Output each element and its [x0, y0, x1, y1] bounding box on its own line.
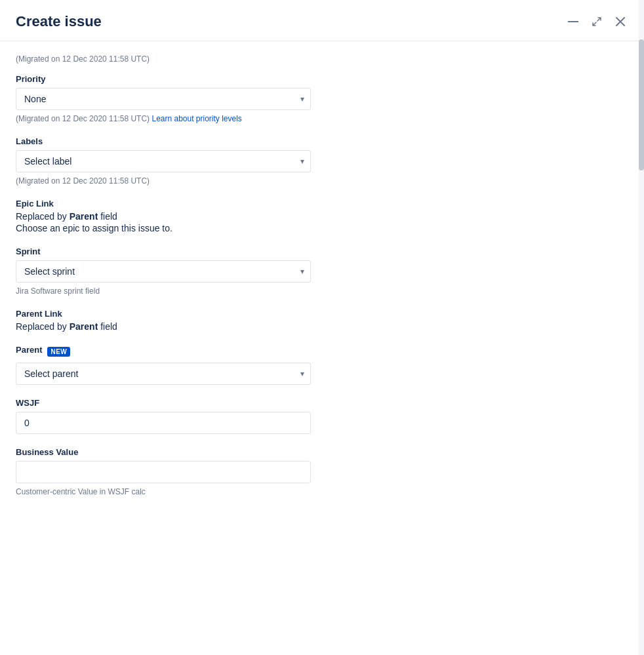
sprint-select[interactable]: Select sprint — [16, 260, 311, 283]
priority-hint-link[interactable]: Learn about priority levels — [151, 114, 241, 123]
svg-rect-0 — [568, 21, 578, 22]
sprint-section: Sprint Select sprint ▾ Jira Software spr… — [16, 247, 628, 296]
sprint-label: Sprint — [16, 247, 628, 256]
create-issue-modal: Create issue (Migrated on 12 Dec 2020 11… — [0, 0, 644, 655]
epic-replaced-text: Replaced by Parent field — [16, 211, 628, 222]
epic-link-section: Epic Link Replaced by Parent field Choos… — [16, 199, 628, 233]
sprint-hint: Jira Software sprint field — [16, 287, 628, 296]
priority-label: Priority — [16, 74, 628, 84]
minimize-button[interactable] — [565, 18, 581, 25]
scrollbar-track[interactable] — [639, 0, 644, 655]
parent-link-label: Parent Link — [16, 309, 628, 319]
labels-select-wrapper: Select label ▾ — [16, 150, 311, 172]
epic-link-label: Epic Link — [16, 199, 628, 208]
parent-replaced-bold: Parent — [70, 321, 98, 332]
priority-select[interactable]: None Highest High Medium Low Lowest — [16, 88, 311, 110]
priority-select-wrapper: None Highest High Medium Low Lowest ▾ — [16, 88, 311, 110]
modal-title: Create issue — [16, 13, 102, 30]
parent-section: Parent NEW Select parent ▾ — [16, 345, 628, 385]
modal-header: Create issue — [0, 0, 644, 41]
parent-link-section: Parent Link Replaced by Parent field — [16, 309, 628, 332]
business-value-section: Business Value Customer-centric Value in… — [16, 447, 628, 496]
epic-replaced-bold: Parent — [70, 211, 98, 222]
close-button[interactable] — [613, 14, 628, 30]
parent-replaced-text: Replaced by Parent field — [16, 321, 628, 332]
wsjf-input[interactable] — [16, 412, 311, 434]
header-actions — [565, 14, 628, 30]
parent-label-row: Parent NEW — [16, 345, 628, 359]
business-value-hint: Customer-centric Value in WSJF calc — [16, 487, 628, 496]
labels-select[interactable]: Select label — [16, 150, 311, 172]
parent-select[interactable]: Select parent — [16, 363, 311, 385]
labels-hint: (Migrated on 12 Dec 2020 11:58 UTC) — [16, 176, 628, 186]
epic-choose-text: Choose an epic to assign this issue to. — [16, 223, 628, 233]
business-value-input[interactable] — [16, 461, 311, 483]
modal-body: (Migrated on 12 Dec 2020 11:58 UTC) Prio… — [0, 41, 644, 655]
priority-hint: (Migrated on 12 Dec 2020 11:58 UTC) Lear… — [16, 114, 628, 123]
parent-new-badge: NEW — [47, 347, 70, 357]
priority-section: Priority None Highest High Medium Low Lo… — [16, 74, 628, 123]
wsjf-label: WSJF — [16, 398, 628, 408]
scrollbar-thumb[interactable] — [639, 39, 644, 170]
migrated-note-top: (Migrated on 12 Dec 2020 11:58 UTC) — [16, 54, 628, 64]
parent-select-wrapper: Select parent ▾ — [16, 363, 311, 385]
labels-label: Labels — [16, 136, 628, 146]
labels-section: Labels Select label ▾ (Migrated on 12 De… — [16, 136, 628, 186]
parent-label: Parent — [16, 345, 42, 355]
expand-button[interactable] — [589, 14, 605, 30]
business-value-label: Business Value — [16, 447, 628, 457]
wsjf-section: WSJF — [16, 398, 628, 434]
sprint-select-wrapper: Select sprint ▾ — [16, 260, 311, 283]
